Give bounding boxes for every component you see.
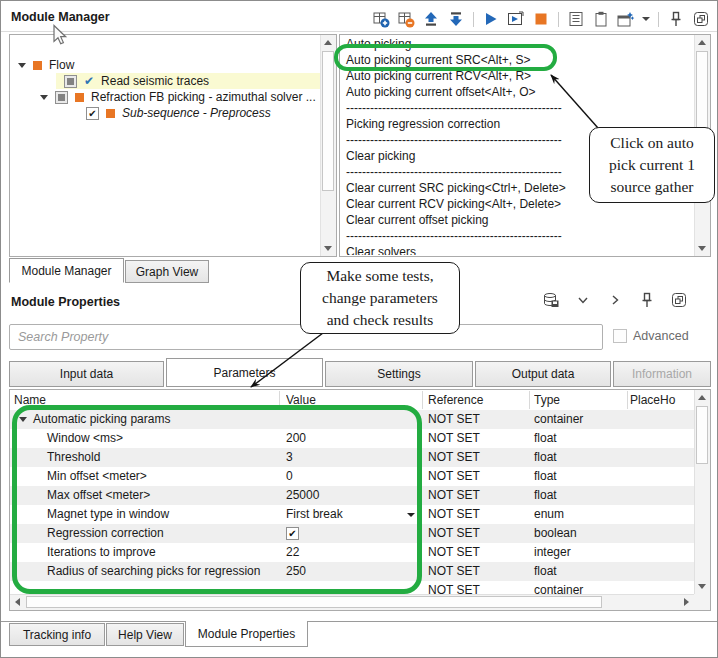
column-header-value[interactable]: Value (286, 390, 416, 410)
float-panel-icon[interactable] (669, 290, 689, 310)
properties-toolbar (541, 290, 689, 310)
tree-row-refraction[interactable]: Refraction FB picking - azimuthal solver… (10, 89, 321, 105)
table-row[interactable]: Max offset <meter> 25000 NOT SET float (10, 486, 694, 505)
toolbar-separator (473, 12, 474, 27)
tab-graph-view[interactable]: Graph View (125, 260, 209, 283)
tab-module-properties[interactable]: Module Properties (185, 621, 308, 647)
tree-scrollbar[interactable] (320, 35, 336, 256)
remove-module-icon[interactable] (396, 9, 416, 29)
scroll-down-icon[interactable] (695, 241, 709, 256)
menu-item-auto-pick-src[interactable]: Auto picking current SRC<Alt+, S> (341, 52, 694, 68)
menu-item[interactable]: Auto picking current RCV<Alt+, R> (341, 68, 694, 84)
module-checkbox[interactable] (64, 75, 77, 88)
paste-icon[interactable] (591, 9, 611, 29)
dropdown-arrow-icon[interactable] (407, 513, 415, 517)
move-up-icon[interactable] (421, 9, 441, 29)
module-checkbox[interactable] (55, 91, 68, 104)
table-vertical-scrollbar[interactable] (694, 390, 710, 594)
header-divider (1, 31, 718, 32)
panel-title: Module Manager (11, 10, 110, 24)
run-flow-icon[interactable] (506, 9, 526, 29)
tree-label: Flow (49, 58, 74, 72)
collapse-all-icon[interactable] (573, 290, 593, 310)
table-header: Name Value Reference Type PlaceHo (10, 390, 694, 411)
table-row-partial[interactable]: NOT SET container (10, 581, 694, 594)
module-manager-window: Module Manager (0, 0, 718, 658)
table-body: Automatic picking params NOT SET contain… (10, 410, 694, 594)
scroll-up-icon[interactable] (695, 35, 709, 50)
window-dropdown-icon[interactable] (641, 9, 651, 29)
column-header-placeholder[interactable]: PlaceHo (630, 390, 694, 410)
move-down-icon[interactable] (446, 9, 466, 29)
scroll-up-icon[interactable] (695, 390, 709, 405)
pin-icon[interactable] (637, 290, 657, 310)
table-row[interactable]: Window <ms> 200 NOT SET float (10, 429, 694, 448)
tab-settings[interactable]: Settings (325, 361, 473, 387)
table-horizontal-scrollbar[interactable] (10, 594, 694, 610)
scrollbar-thumb[interactable] (322, 51, 334, 191)
column-header-type[interactable]: Type (534, 390, 624, 410)
column-header-name[interactable]: Name (14, 390, 274, 410)
expand-arrow-icon[interactable] (40, 95, 48, 100)
module-checkbox-checked[interactable]: ✔ (86, 107, 99, 120)
scroll-left-icon[interactable] (10, 595, 25, 609)
new-window-icon[interactable] (616, 9, 636, 29)
expand-arrow-icon[interactable] (18, 63, 26, 68)
scroll-up-icon[interactable] (321, 35, 335, 50)
menu-item[interactable]: Auto picking (341, 36, 694, 52)
table-row[interactable]: Radius of searching picks for regression… (10, 562, 694, 581)
scroll-right-icon[interactable] (679, 595, 694, 609)
stop-icon[interactable] (531, 9, 551, 29)
table-row[interactable]: Min offset <meter> 0 NOT SET float (10, 467, 694, 486)
tab-input-data[interactable]: Input data (9, 361, 164, 387)
table-row[interactable]: Threshold 3 NOT SET float (10, 448, 694, 467)
table-row-boolean[interactable]: Regression correction ✔ NOT SET boolean (10, 524, 694, 543)
tab-information: Information (613, 361, 711, 387)
scroll-down-icon[interactable] (695, 579, 709, 594)
table-row[interactable]: Iterations to improve 22 NOT SET integer (10, 543, 694, 562)
advanced-toggle[interactable]: Advanced (613, 329, 689, 343)
expand-all-icon[interactable] (605, 290, 625, 310)
pin-icon[interactable] (666, 9, 686, 29)
main-toolbar (371, 8, 711, 30)
tab-tracking-info[interactable]: Tracking info (9, 623, 105, 646)
tree-label: Refraction FB picking - azimuthal solver… (91, 90, 316, 104)
tab-help-view[interactable]: Help View (106, 623, 184, 646)
tree-label: Sub-sequence - Preprocess (122, 106, 271, 120)
scrollbar-thumb[interactable] (696, 406, 708, 464)
table-row-enum[interactable]: Magnet type in window First break NOT SE… (10, 505, 694, 524)
tree-row-subsequence[interactable]: ✔ Sub-sequence - Preprocess (10, 105, 321, 121)
save-parameters-icon[interactable] (541, 290, 561, 310)
parameters-table: Name Value Reference Type PlaceHo Automa… (9, 389, 711, 611)
scrollbar-thumb[interactable] (26, 596, 602, 608)
panel-title: Module Properties (11, 295, 120, 309)
menu-item[interactable]: Clear solvers (341, 244, 694, 255)
callout-make-tests: Make some tests, change parameters and c… (300, 262, 460, 334)
tree-row-flow[interactable]: Flow (10, 57, 321, 73)
module-square-icon (33, 61, 42, 70)
enabled-check-icon: ✔ (84, 75, 94, 87)
callout-click-auto-pick: Click on auto pick current 1 source gath… (589, 127, 715, 203)
float-panel-icon[interactable] (691, 9, 711, 29)
scroll-down-icon[interactable] (321, 241, 335, 256)
tab-output-data[interactable]: Output data (475, 361, 611, 387)
scrollbar-corner (694, 594, 710, 610)
menu-separator: ----------------------------------------… (341, 228, 694, 244)
flow-log-icon[interactable] (566, 9, 586, 29)
advanced-checkbox[interactable] (613, 329, 627, 343)
column-header-reference[interactable]: Reference (428, 390, 528, 410)
enum-value[interactable]: First break (286, 507, 343, 521)
advanced-label: Advanced (633, 329, 689, 343)
toolbar-separator (558, 12, 559, 27)
run-icon[interactable] (481, 9, 501, 29)
tab-parameters[interactable]: Parameters (166, 358, 323, 387)
boolean-checkbox-checked[interactable]: ✔ (286, 527, 299, 540)
add-module-icon[interactable] (371, 9, 391, 29)
menu-item[interactable]: Clear current offset picking (341, 212, 694, 228)
tab-module-manager[interactable]: Module Manager (9, 258, 124, 283)
menu-item[interactable]: Auto picking current offset<Alt+, O> (341, 84, 694, 100)
table-row-container[interactable]: Automatic picking params NOT SET contain… (10, 410, 694, 429)
tree-row-read-seismic[interactable]: ✔ Read seismic traces (10, 73, 321, 89)
tree-label: Read seismic traces (101, 74, 209, 88)
module-square-icon (75, 93, 84, 102)
